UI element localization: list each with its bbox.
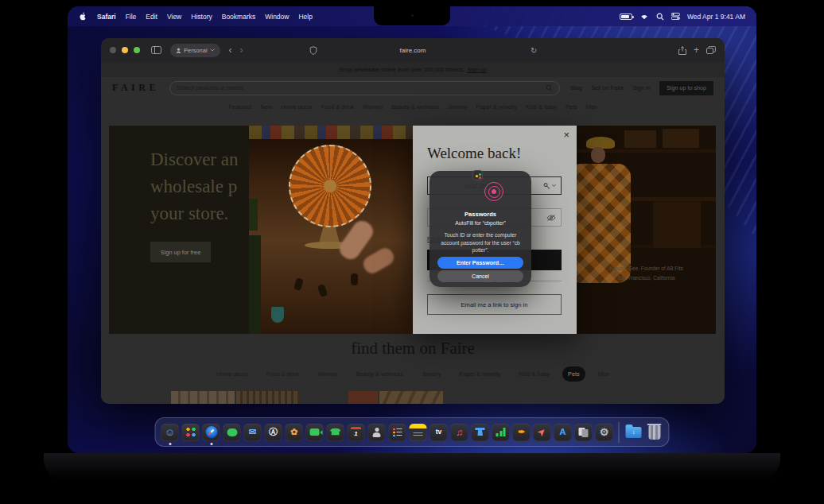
battery-icon[interactable]	[620, 14, 632, 20]
promo-text: Shop wholesale online from over 100,000 …	[339, 66, 464, 73]
menu-item-history[interactable]: History	[191, 13, 212, 21]
nav-new[interactable]: New	[260, 103, 272, 110]
dock-tv-icon[interactable]: tv	[430, 424, 448, 441]
nav-kids[interactable]: Kids & baby	[526, 103, 557, 110]
nav-women[interactable]: Women	[363, 103, 383, 110]
product-card[interactable]	[348, 391, 378, 404]
faire-search-input[interactable]: Search products or brands	[169, 81, 560, 95]
pill-paper[interactable]: Paper & novelty	[454, 366, 507, 382]
window-zoom-button[interactable]	[134, 47, 140, 53]
pill-men[interactable]: Men	[593, 366, 615, 382]
menu-item-safari[interactable]: Safari	[97, 13, 116, 21]
close-icon[interactable]: ×	[563, 130, 569, 140]
dock-photos-icon[interactable]: ✿	[286, 424, 303, 441]
dock-music-icon[interactable]: ♫	[451, 424, 468, 441]
product-card[interactable]	[171, 391, 235, 404]
menu-item-file[interactable]: File	[126, 13, 137, 21]
category-pills: Home decor Food & drink Women Beauty & w…	[101, 366, 725, 382]
chevron-down-icon	[210, 48, 215, 52]
pill-jewelry[interactable]: Jewelry	[416, 366, 447, 382]
dock-facetime-icon[interactable]	[306, 424, 324, 441]
sidebar-toggle-icon[interactable]	[151, 46, 161, 54]
control-center-icon[interactable]	[671, 13, 680, 20]
nav-paper[interactable]: Paper & novelty	[476, 103, 518, 110]
dock-trash-icon[interactable]	[646, 424, 663, 441]
dock-notes-icon[interactable]	[410, 424, 427, 441]
sign-in-link[interactable]: Sign in	[632, 84, 651, 91]
menu-item-bookmarks[interactable]: Bookmarks	[222, 13, 256, 21]
dock-calendar-icon[interactable]: 1	[348, 424, 365, 441]
share-icon[interactable]	[678, 46, 686, 55]
new-tab-button[interactable]: +	[694, 45, 699, 55]
product-card[interactable]	[236, 391, 300, 404]
dock-safari-icon[interactable]	[203, 424, 220, 441]
menubar-clock[interactable]: Wed Apr 1 9:41 AM	[687, 13, 745, 21]
menu-item-window[interactable]: Window	[265, 13, 289, 21]
enter-password-button[interactable]: Enter Password…	[437, 257, 523, 269]
dock-contacts-icon[interactable]	[368, 424, 386, 441]
dock-numbers-icon[interactable]	[492, 424, 510, 441]
dialog-title: AutoFill for “cbpotter”	[429, 220, 531, 226]
nav-men[interactable]: Men	[586, 103, 597, 110]
dock-apps-icon[interactable]	[182, 424, 200, 441]
dock-phone-icon[interactable]: ☎	[327, 424, 344, 441]
search-placeholder: Search products or brands	[177, 84, 546, 91]
nav-jewelry[interactable]: Jewelry	[448, 103, 468, 110]
menu-item-help[interactable]: Help	[298, 13, 312, 21]
nav-food-drink[interactable]: Food & drink	[321, 103, 354, 110]
nav-pets[interactable]: Pets	[566, 103, 577, 110]
nav-beauty[interactable]: Beauty & wellness	[391, 103, 439, 110]
reload-icon[interactable]: ↻	[531, 46, 537, 55]
dock-app-store-icon[interactable]: A	[554, 424, 572, 441]
dock-pages-icon[interactable]: ✒	[513, 424, 531, 441]
section-heading: find them on Faire	[101, 339, 725, 359]
dock-reminders-icon[interactable]	[389, 424, 406, 441]
window-minimize-button[interactable]	[122, 47, 128, 53]
back-button[interactable]: ‹	[229, 45, 232, 55]
pill-home-decor[interactable]: Home decor	[211, 366, 254, 382]
dock-messages-icon[interactable]	[223, 424, 241, 441]
profile-switcher[interactable]: Personal	[170, 44, 220, 57]
dock-settings-icon[interactable]: ⚙	[596, 424, 613, 441]
sign-up-free-button[interactable]: Sign up for free	[150, 242, 211, 262]
dock-launchpad-icon[interactable]: ➤	[534, 424, 551, 441]
sign-up-to-shop-button[interactable]: Sign up to shop	[659, 81, 713, 95]
product-card[interactable]	[379, 391, 443, 404]
dock-keynote-icon[interactable]	[472, 424, 489, 441]
pill-women[interactable]: Women	[312, 366, 343, 382]
cancel-button[interactable]: Cancel	[437, 270, 523, 282]
passwords-key-icon[interactable]	[543, 182, 550, 189]
nav-featured[interactable]: Featured	[228, 103, 251, 110]
hero-headline: Discover an wholesale p your store.	[150, 146, 239, 227]
search-icon[interactable]	[656, 13, 664, 21]
email-link-button[interactable]: Email me a link to sign in	[427, 294, 562, 315]
menu-item-edit[interactable]: Edit	[146, 13, 157, 21]
eye-slash-icon[interactable]	[546, 214, 556, 221]
pill-kids[interactable]: Kids & baby	[513, 366, 555, 382]
pill-pets-active[interactable]: Pets	[562, 366, 585, 382]
modal-title: Welcome back!	[427, 145, 521, 162]
address-bar[interactable]: faire.com	[400, 47, 426, 54]
nav-home-decor[interactable]: Home decor	[281, 103, 313, 110]
passwords-app-badge-icon	[472, 170, 483, 180]
tab-overview-icon[interactable]	[706, 46, 716, 54]
promo-signup-link[interactable]: Sign up	[467, 66, 486, 73]
dock-maps-icon[interactable]: Ⓐ	[265, 424, 282, 441]
laptop-base	[44, 453, 780, 480]
wifi-icon[interactable]	[639, 13, 649, 20]
privacy-shield-icon[interactable]	[309, 46, 317, 55]
apple-menu-icon[interactable]	[79, 11, 87, 21]
pill-food-drink[interactable]: Food & drink	[261, 366, 305, 382]
window-close-button[interactable]	[110, 47, 116, 53]
menu-item-view[interactable]: View	[167, 13, 181, 21]
forward-button[interactable]: ›	[240, 45, 243, 55]
chevron-down-icon	[552, 184, 556, 188]
dock-preview-icon[interactable]	[575, 424, 593, 441]
dock-downloads-icon[interactable]: ↓	[625, 424, 643, 441]
pill-beauty[interactable]: Beauty & wellness	[350, 366, 409, 382]
faire-logo[interactable]: FAIRE	[112, 82, 159, 94]
dock-finder-icon[interactable]: ☺	[161, 424, 179, 441]
dock-mail-icon[interactable]: ✉	[244, 424, 262, 441]
sell-on-faire-link[interactable]: Sell on Faire	[591, 84, 624, 91]
blog-link[interactable]: Blog	[570, 84, 582, 91]
